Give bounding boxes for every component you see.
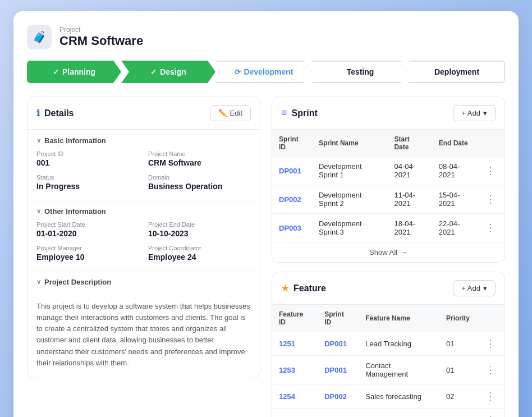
sprint-start-cell: 11-04-2021: [387, 185, 432, 214]
sprint-col-end: End Date: [432, 130, 476, 157]
step-testing[interactable]: Testing: [312, 61, 409, 83]
feature-row-menu-button[interactable]: ⋮: [483, 364, 498, 376]
sprint-table-header-row: Sprint ID Sprint Name Start Date End Dat…: [272, 130, 505, 157]
domain-label: Domain: [148, 174, 251, 181]
start-date-field: Project Start Date 01-01-2020: [36, 221, 139, 238]
feature-col-actions: [476, 305, 505, 332]
description-title-text: Project Description: [44, 278, 111, 286]
edit-button[interactable]: ✏️ Edit: [210, 105, 251, 121]
feature-row-menu-button[interactable]: ⋮: [483, 414, 498, 417]
feature-table: Feature ID Sprint ID Feature Name Priori…: [272, 305, 505, 417]
feature-dots-cell: ⋮: [476, 409, 505, 418]
feature-add-button[interactable]: + Add ▾: [453, 280, 496, 296]
sprint-id-cell[interactable]: DP003: [272, 214, 312, 242]
feature-priority-cell: 01: [439, 332, 476, 356]
left-panel: ℹ Details ✏️ Edit ∨ Basic Information: [27, 97, 260, 417]
project-label: Project: [59, 26, 143, 34]
sprint-title-text: Sprint: [292, 108, 318, 118]
sprint-table: Sprint ID Sprint Name Start Date End Dat…: [272, 130, 505, 242]
sprint-id-cell[interactable]: DP002: [272, 185, 312, 214]
end-date-value: 10-10-2023: [148, 229, 251, 238]
sprint-title: ≡ Sprint: [281, 107, 318, 119]
feature-id-cell[interactable]: 1251: [272, 332, 318, 356]
feature-row-menu-button[interactable]: ⋮: [483, 390, 498, 402]
feature-header: ★ Feature + Add ▾: [272, 272, 505, 305]
sprint-row-menu-button[interactable]: ⋮: [483, 222, 498, 234]
project-id-field: Project ID 001: [36, 150, 139, 167]
project-id-value: 001: [36, 158, 139, 167]
feature-dots-cell: ⋮: [476, 356, 505, 384]
description-title: ∨ Project Description: [36, 278, 251, 286]
table-row: 1251 DP001 Lead Tracking 01 ⋮: [272, 332, 505, 356]
feature-sprint-id-cell[interactable]: DP006: [318, 409, 359, 418]
sprint-name-cell: Development Sprint 1: [312, 157, 388, 185]
feature-id-cell[interactable]: 1254: [272, 384, 318, 409]
feature-sprint-id-cell[interactable]: DP001: [318, 332, 359, 356]
sprint-id-cell[interactable]: DP001: [272, 157, 312, 185]
check-icon-2: ✓: [150, 68, 157, 76]
basic-info-section: ∨ Basic Information Project ID 001 Proje…: [27, 130, 260, 200]
project-name-label: Project Name: [148, 150, 251, 157]
step-design[interactable]: ✓ Design: [121, 61, 215, 83]
start-date-label: Project Start Date: [36, 221, 139, 228]
feature-id-cell[interactable]: 1260: [272, 409, 318, 418]
feature-row-menu-button[interactable]: ⋮: [483, 337, 498, 350]
feature-name-cell: Lead Tracking: [359, 332, 439, 356]
feature-add-label: + Add: [461, 284, 480, 292]
table-row: DP001 Development Sprint 1 04-04-2021 08…: [272, 157, 505, 185]
status-value: In Progress: [36, 182, 139, 191]
other-info-title: ∨ Other Information: [36, 207, 251, 216]
step-deployment[interactable]: Deployment: [409, 61, 505, 83]
sprint-name-cell: Development Sprint 2: [312, 185, 388, 214]
feature-box: ★ Feature + Add ▾ Feature ID Sprint ID F…: [272, 272, 505, 417]
sprint-name-cell: Development Sprint 3: [312, 214, 388, 242]
sprint-end-cell: 22-04-2021: [432, 214, 476, 242]
table-row: 1260 DP006 Integration 01 ⋮: [272, 409, 505, 418]
feature-sprint-id-cell[interactable]: DP002: [318, 384, 359, 409]
step-planning-label: Planning: [62, 67, 95, 76]
sprint-add-label: + Add: [461, 109, 480, 117]
right-panel: ≡ Sprint + Add ▾ Sprint ID Sprint Name S…: [272, 97, 505, 417]
chevron-icon-3: ∨: [36, 278, 41, 286]
feature-name-cell: Integration: [359, 409, 439, 418]
basic-info-title-text: Basic Information: [44, 136, 106, 145]
sprint-dots-cell: ⋮: [476, 185, 505, 214]
feature-name-cell: Contact Management: [359, 356, 439, 384]
sprint-dots-cell: ⋮: [476, 157, 505, 185]
sprint-show-all-button[interactable]: Show All →: [369, 248, 407, 256]
table-row: DP002 Development Sprint 2 11-04-2021 15…: [272, 185, 505, 214]
details-box: ℹ Details ✏️ Edit ∨ Basic Information: [27, 97, 260, 378]
chevron-down-icon: ▾: [483, 109, 487, 117]
table-row: DP003 Development Sprint 3 18-04-2021 22…: [272, 214, 505, 242]
end-date-field: Project End Date 10-10-2023: [148, 221, 251, 238]
feature-col-sprint: Sprint ID: [318, 305, 359, 332]
step-planning[interactable]: ✓ Planning: [27, 61, 121, 83]
end-date-label: Project End Date: [148, 221, 251, 228]
project-header: 🧳 Project CRM Software: [27, 25, 505, 49]
feature-col-priority: Priority: [439, 305, 476, 332]
project-id-label: Project ID: [36, 150, 139, 157]
spin-icon: ⟳: [235, 68, 241, 76]
step-testing-label: Testing: [347, 67, 374, 76]
manager-field: Project Manager Employee 10: [36, 245, 139, 262]
status-field: Status In Progress: [36, 174, 139, 191]
sprint-add-button[interactable]: + Add ▾: [453, 105, 496, 121]
arrow-right-icon: →: [400, 248, 407, 256]
feature-id-cell[interactable]: 1253: [272, 356, 318, 384]
start-date-value: 01-01-2020: [36, 229, 139, 238]
sprint-row-menu-button[interactable]: ⋮: [483, 193, 498, 205]
sprint-show-all-row: Show All →: [272, 242, 505, 262]
edit-pencil-icon: ✏️: [218, 109, 227, 117]
step-development[interactable]: ⟳ Development: [215, 61, 312, 83]
project-title-block: Project CRM Software: [59, 26, 143, 48]
coordinator-field: Project Coordinator Employee 24: [148, 245, 251, 262]
coordinator-label: Project Coordinator: [148, 245, 251, 251]
edit-label: Edit: [230, 109, 242, 117]
details-title-text: Details: [44, 108, 74, 118]
project-name: CRM Software: [59, 34, 143, 48]
other-info-grid: Project Start Date 01-01-2020 Project En…: [36, 221, 251, 262]
feature-sprint-id-cell[interactable]: DP001: [318, 356, 359, 384]
table-row: 1254 DP002 Sales forecasting 02 ⋮: [272, 384, 505, 409]
sprint-row-menu-button[interactable]: ⋮: [483, 164, 498, 177]
domain-field: Domain Business Operation: [148, 174, 251, 191]
